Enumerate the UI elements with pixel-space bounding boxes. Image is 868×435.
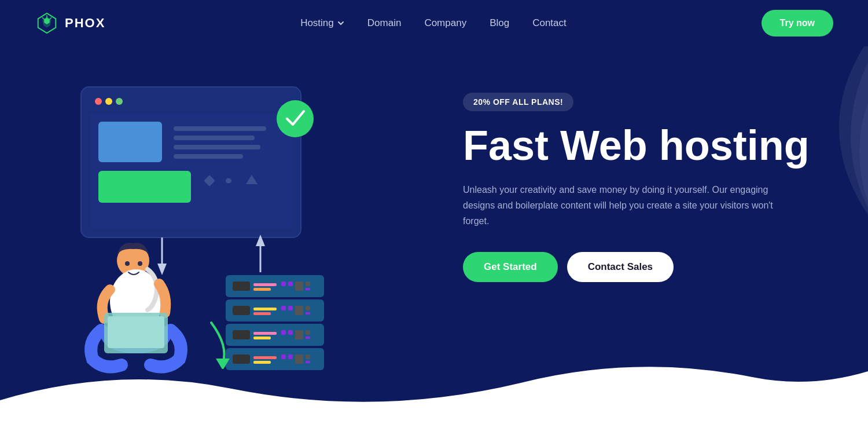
svg-rect-24	[288, 282, 293, 286]
svg-point-2	[95, 98, 102, 105]
nav-item-contact[interactable]: Contact	[532, 17, 567, 29]
svg-rect-59	[108, 316, 164, 348]
svg-rect-49	[253, 361, 271, 364]
nav-link-company[interactable]: Company	[424, 17, 466, 28]
svg-rect-48	[253, 356, 277, 359]
nav-item-company[interactable]: Company	[424, 17, 466, 29]
svg-rect-7	[174, 126, 266, 131]
svg-rect-45	[306, 337, 310, 339]
svg-rect-36	[306, 312, 310, 315]
svg-marker-16	[157, 264, 167, 275]
svg-rect-27	[306, 288, 310, 290]
svg-point-4	[116, 98, 123, 105]
svg-rect-9	[174, 145, 260, 149]
svg-rect-31	[253, 312, 271, 315]
svg-rect-42	[288, 330, 293, 335]
svg-rect-39	[253, 332, 277, 335]
scroll-arrow[interactable]	[205, 317, 240, 371]
svg-rect-40	[253, 337, 271, 339]
svg-rect-35	[306, 306, 310, 310]
svg-point-11	[277, 100, 314, 137]
nav-item-blog[interactable]: Blog	[490, 17, 509, 29]
logo-area[interactable]: PHOX	[35, 11, 105, 35]
svg-rect-22	[253, 288, 271, 291]
nav-link-contact[interactable]: Contact	[532, 17, 567, 28]
svg-rect-33	[288, 306, 293, 310]
svg-rect-51	[288, 354, 293, 359]
nav-links: Hosting Domain Company Blog Contact	[300, 17, 567, 29]
svg-rect-20	[233, 282, 250, 291]
svg-rect-29	[233, 306, 250, 315]
svg-marker-62	[216, 359, 230, 369]
navbar: PHOX Hosting Domain Company Blog	[0, 0, 868, 46]
svg-rect-10	[174, 154, 243, 159]
svg-rect-25	[295, 282, 303, 291]
get-started-button[interactable]: Get Started	[463, 252, 558, 282]
svg-rect-30	[253, 308, 277, 310]
svg-rect-34	[295, 306, 303, 315]
svg-point-60	[125, 261, 130, 266]
hero-section: 20% OFF ALL PLANS! Fast Web hosting Unle…	[0, 46, 868, 435]
svg-rect-12	[98, 171, 191, 203]
svg-rect-41	[281, 330, 286, 335]
svg-rect-43	[295, 330, 303, 339]
svg-rect-50	[281, 354, 286, 359]
nav-item-domain[interactable]: Domain	[367, 17, 402, 29]
nav-link-hosting[interactable]: Hosting	[300, 17, 344, 29]
svg-rect-54	[306, 361, 310, 363]
svg-rect-53	[306, 354, 310, 359]
nav-item-hosting[interactable]: Hosting	[300, 17, 344, 29]
svg-rect-6	[98, 122, 162, 162]
svg-rect-52	[295, 354, 303, 364]
contact-sales-button[interactable]: Contact Sales	[567, 252, 674, 282]
svg-point-61	[138, 261, 142, 266]
chevron-down-icon	[337, 20, 344, 27]
nav-link-blog[interactable]: Blog	[490, 17, 509, 28]
svg-rect-44	[306, 330, 310, 335]
cta-buttons: Get Started Contact Sales	[463, 252, 822, 282]
svg-rect-32	[281, 306, 286, 310]
svg-point-3	[105, 98, 112, 105]
svg-rect-23	[281, 282, 286, 286]
svg-rect-26	[306, 282, 310, 286]
svg-rect-8	[174, 136, 255, 140]
nav-link-domain[interactable]: Domain	[367, 17, 402, 28]
try-now-button[interactable]: Try now	[762, 10, 833, 36]
promo-badge: 20% OFF ALL PLANS!	[463, 93, 573, 111]
hero-content: 20% OFF ALL PLANS! Fast Web hosting Unle…	[463, 93, 822, 282]
brand-name: PHOX	[65, 16, 105, 31]
hero-title: Fast Web hosting	[463, 124, 822, 168]
svg-rect-21	[253, 283, 277, 286]
logo-icon	[35, 11, 59, 35]
hero-description: Unleash your creativity and save money b…	[463, 182, 775, 229]
